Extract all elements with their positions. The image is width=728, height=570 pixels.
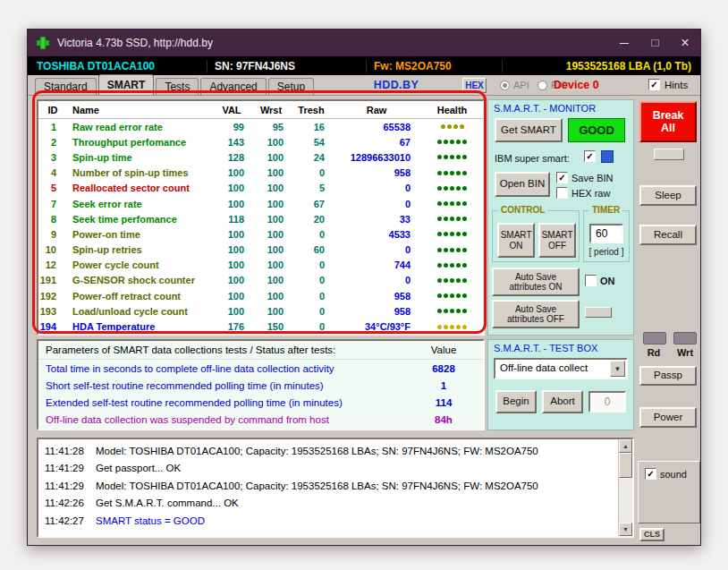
smart-attr-id: 191 — [38, 275, 67, 285]
smart-table-row[interactable]: 191G-SENSOR shock counter10010000 — [38, 273, 483, 288]
sound-checkbox[interactable]: ✓ sound — [645, 468, 687, 480]
log-line: 11:41:29Get passport... OK — [38, 460, 632, 478]
health-dot — [447, 124, 452, 129]
smart-table-row[interactable]: 5Reallocated sector count10010050 — [38, 181, 483, 196]
smart-attr-tresh: 24 — [291, 152, 332, 163]
check-icon: ✓ — [647, 470, 654, 479]
health-dot — [444, 140, 448, 144]
title-bar[interactable]: Victoria 4.73b SSD, http://hdd.by × — [28, 30, 700, 56]
close-icon: × — [681, 35, 689, 51]
tab-smart[interactable]: SMART — [98, 74, 155, 95]
api-radio-label: API — [513, 80, 529, 90]
smart-attr-name: Power-on time — [67, 229, 212, 240]
begin-button[interactable]: Begin — [495, 390, 537, 413]
parameter-row: Off-line data collection was suspended b… — [38, 411, 483, 428]
smart-off-button[interactable]: SMART OFF — [538, 223, 576, 258]
smart-table-row[interactable]: 3Spin-up time1281002412896633010 — [38, 149, 483, 165]
ibm-smart-color-box[interactable] — [601, 150, 614, 163]
smart-attr-raw: 958 — [332, 291, 421, 302]
minimize-button[interactable] — [609, 30, 639, 56]
power-button[interactable]: Power — [639, 407, 697, 428]
test-type-select[interactable]: Off-line data collect ▼ — [494, 358, 628, 379]
recall-button[interactable]: Recall — [639, 225, 697, 245]
save-bin-checkbox[interactable]: ✓ Save BIN — [556, 172, 613, 183]
smart-table-row[interactable]: 1Raw read error rate99951665538 — [38, 119, 483, 134]
log-scrollbar[interactable]: ▲ ▼ — [618, 439, 632, 536]
health-dot — [450, 325, 454, 329]
smart-attr-val: 100 — [212, 199, 251, 209]
maximize-button[interactable] — [639, 30, 670, 56]
smart-table-row[interactable]: 192Power-off retract count1001000958 — [38, 288, 483, 303]
smart-attr-health — [421, 278, 483, 283]
test-count-field[interactable]: 0 — [588, 391, 626, 413]
col-health: Health — [421, 105, 483, 115]
close-button[interactable]: × — [670, 30, 700, 56]
smart-table-row[interactable]: 8Seek time perfomance1181002033 — [38, 211, 483, 226]
smart-attr-id: 2 — [38, 137, 67, 148]
smart-table-row[interactable]: 9Power-on time10010004533 — [38, 226, 483, 242]
health-dot — [462, 186, 467, 191]
maximize-icon — [651, 39, 659, 47]
hex-raw-checkbox[interactable]: HEX raw — [556, 187, 610, 199]
sleep-button[interactable]: Sleep — [639, 185, 697, 206]
open-bin-button[interactable]: Open BIN — [495, 172, 550, 197]
smart-status-indicator: GOOD — [568, 118, 625, 142]
break-all-button[interactable]: Break All — [639, 101, 697, 142]
ibm-super-smart-checkbox[interactable]: ✓ — [584, 150, 596, 162]
radio-icon — [500, 81, 510, 90]
auto-save-off-button[interactable]: Auto Save attributes OFF — [492, 300, 580, 328]
smart-attr-val: 100 — [212, 167, 251, 178]
smart-attr-tresh: 0 — [291, 229, 332, 240]
smart-table-body: 1Raw read error rate999516655382Throughp… — [38, 119, 483, 335]
tab-advanced[interactable]: Advanced — [200, 78, 266, 95]
smart-attr-val: 100 — [212, 291, 251, 302]
timer-period-input[interactable]: 60 — [589, 224, 623, 243]
app-icon — [36, 36, 50, 50]
hex-button[interactable]: HEX — [462, 78, 487, 93]
smart-attr-id: 4 — [38, 167, 67, 178]
smart-attr-health — [421, 325, 483, 329]
get-smart-button[interactable]: Get SMART — [495, 118, 563, 142]
abort-button[interactable]: Abort — [542, 390, 583, 413]
parameter-label: Total time in seconds to complete off-li… — [38, 363, 404, 374]
smart-table-row[interactable]: 10Spin-up retries100100600 — [38, 242, 483, 258]
device-firmware: Fw: MS2OA750 — [366, 60, 502, 72]
smart-on-button[interactable]: SMART ON — [497, 223, 535, 258]
smart-attr-val: 99 — [212, 122, 251, 132]
auto-save-on-checkbox[interactable]: ON — [585, 275, 615, 286]
smart-table-row[interactable]: 2Throughput perfomance1431005467 — [38, 134, 483, 149]
smart-attr-name: G-SENSOR shock counter — [67, 275, 212, 285]
smart-attr-wrst: 100 — [251, 306, 291, 317]
scroll-up-button[interactable]: ▲ — [619, 439, 632, 453]
smart-attr-health — [421, 201, 483, 206]
health-dot — [437, 248, 442, 252]
testbox-panel-title: S.M.A.R.T. - TEST BOX — [494, 343, 597, 353]
tab-setup[interactable]: Setup — [268, 78, 314, 95]
smart-attr-name: Reallocated sector count — [67, 183, 212, 193]
health-dot — [437, 278, 442, 283]
smart-table-row[interactable]: 7Seek error rate100100670 — [38, 196, 483, 211]
health-dot — [456, 155, 461, 159]
cls-button[interactable]: CLS — [639, 528, 665, 541]
brand-link[interactable]: HDD.BY — [359, 79, 434, 91]
smart-attr-tresh: 0 — [291, 167, 332, 178]
api-radio[interactable]: API — [500, 80, 529, 90]
scroll-down-button[interactable]: ▼ — [619, 523, 632, 536]
scroll-thumb[interactable] — [619, 453, 632, 478]
tab-tests[interactable]: Tests — [156, 78, 199, 95]
smart-table-row[interactable]: 194HDA Temperature176150034°C/93°F — [38, 319, 483, 334]
tab-standard[interactable]: Standard — [35, 78, 97, 95]
smart-attr-raw: 34°C/93°F — [332, 321, 421, 332]
smart-table-row[interactable]: 12Power cycle count1001000744 — [38, 258, 483, 273]
auto-save-on-button[interactable]: Auto Save attributes ON — [492, 268, 580, 296]
chevron-down-icon[interactable]: ▼ — [610, 361, 625, 377]
health-dot — [444, 171, 448, 175]
smart-table-row[interactable]: 4Number of spin-up times1001000958 — [38, 166, 483, 181]
smart-attr-wrst: 100 — [251, 167, 291, 178]
hints-checkbox[interactable]: ✓ Hints — [648, 79, 688, 90]
passport-button[interactable]: Passp — [639, 366, 697, 386]
smart-attr-health — [421, 248, 483, 252]
smart-table-row[interactable]: 193Load/unload cycle count1001000958 — [38, 303, 483, 319]
parameter-value: 1 — [404, 380, 483, 391]
device-select-label[interactable]: Device 0 — [554, 79, 599, 91]
